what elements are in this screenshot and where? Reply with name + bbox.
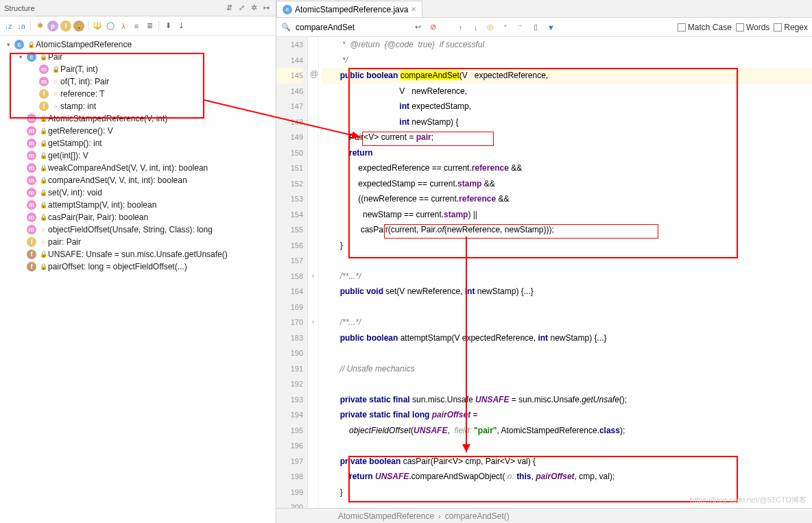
search-input[interactable] [296, 23, 408, 32]
tree-node[interactable]: ▾c🔒Pair [1, 51, 274, 63]
breadcrumb[interactable]: AtomicStampedReference › compareAndSet() [276, 508, 812, 523]
structure-filter-bar: ↓z ↓a ✱ p f 🔒 🔱 ◯ λ ≡ ≣ ⬇ ⤓ [0, 16, 276, 36]
inherit-icon[interactable]: 🔱 [92, 21, 103, 32]
words-checkbox[interactable]: Words [736, 23, 769, 32]
regex-checkbox[interactable]: Regex [774, 23, 808, 32]
tree-node[interactable]: f○reference: T [1, 88, 274, 100]
expand2-icon[interactable]: ≡ [131, 21, 142, 32]
settings-icon[interactable]: ✲ [248, 3, 259, 14]
structure-tree[interactable]: ▾c🔒AtomicStampedReference▾c🔒Pairm🔒Pair(T… [0, 36, 276, 523]
override-icon[interactable]: @ [309, 69, 319, 79]
scroll-icon[interactable]: ⬇ [163, 21, 174, 32]
tree-node[interactable]: f🔒UNSAFE: Unsafe = sun.misc.Unsafe.getUn… [1, 248, 274, 260]
tree-node[interactable]: m🔒getReference(): V [1, 125, 274, 137]
breadcrumb-class[interactable]: AtomicStampedReference [338, 511, 434, 521]
filter-search-icon[interactable]: ▼ [545, 22, 556, 33]
structure-toolbar: Structure ⇵ ⤢ ✲ ↦ [0, 0, 276, 16]
fold-gutter[interactable]: ++ [308, 37, 319, 508]
tree-node[interactable]: m🔒Pair(T, int) [1, 63, 274, 75]
tree-node[interactable]: ▾c🔒AtomicStampedReference [1, 38, 274, 51]
tree-node[interactable]: m🔒casPair(Pair, Pair): boolean [1, 211, 274, 223]
filter-icon[interactable]: ✱ [34, 21, 45, 32]
tree-node[interactable]: m🔒compareAndSet(V, V, int, int): boolean [1, 174, 274, 186]
sel-all-icon[interactable]: ▯ [530, 22, 541, 33]
anon-icon[interactable]: ◯ [105, 21, 116, 32]
expand-icon[interactable]: ⇵ [224, 3, 235, 14]
tree-node[interactable]: f○stamp: int [1, 100, 274, 112]
collapse-icon[interactable]: ⤢ [236, 3, 247, 14]
sort-alpha2-icon[interactable]: ↓a [16, 21, 27, 32]
java-class-icon: c [283, 5, 292, 14]
autoscroll-icon[interactable]: ⤓ [176, 21, 187, 32]
match-case-checkbox[interactable]: Match Case [678, 23, 732, 32]
editor-tabs: c AtomicStampedReference.java ✕ [276, 0, 812, 18]
rem-sel-icon[interactable]: ⁻ [515, 22, 526, 33]
tree-node[interactable]: m🔒weakCompareAndSet(V, V, int, int): boo… [1, 162, 274, 174]
sort-alpha-icon[interactable]: ↓z [3, 21, 14, 32]
breadcrumb-method[interactable]: compareAndSet() [445, 511, 510, 521]
tab-label: AtomicStampedReference.java [295, 5, 408, 14]
code-area[interactable]: * @return {@code true} if successful */ … [319, 37, 812, 508]
watermark: https://blog.csdn.net/@51CTO博客 [690, 495, 807, 505]
tree-node[interactable]: m🔒AtomicStampedReference(V, int) [1, 112, 274, 125]
tree-node[interactable]: m🔒attemptStamp(V, int): boolean [1, 199, 274, 211]
back-icon[interactable]: ↩ [412, 22, 423, 33]
add-sel-icon[interactable]: ⁺ [500, 22, 511, 33]
structure-panel: Structure ⇵ ⤢ ✲ ↦ ↓z ↓a ✱ p f 🔒 🔱 ◯ λ ≡ … [0, 0, 276, 523]
property-icon[interactable]: p [47, 21, 58, 32]
line-gutter: 1431441451461471481491501511521531541551… [276, 37, 308, 508]
collapse2-icon[interactable]: ≣ [144, 21, 155, 32]
hide-icon[interactable]: ↦ [261, 3, 272, 14]
tab-file[interactable]: c AtomicStampedReference.java ✕ [276, 1, 422, 17]
clear-icon[interactable]: ⊘ [427, 22, 438, 33]
close-tab-icon[interactable]: ✕ [411, 5, 416, 13]
find-bar: 🔍 ↩ ⊘ ↑ ↓ ◎ ⁺ ⁻ ▯ ▼ Match Case Words Reg… [276, 18, 812, 37]
code-editor[interactable]: 1431441451461471481491501511521531541551… [276, 37, 812, 508]
lock-icon[interactable]: 🔒 [73, 21, 84, 32]
search-icon: 🔍 [280, 22, 291, 33]
tree-node[interactable]: f🔒pairOffset: long = objectFieldOffset(.… [1, 260, 274, 273]
tree-node[interactable]: f○pair: Pair [1, 236, 274, 248]
tree-node[interactable]: m○of(T, int): Pair [1, 75, 274, 88]
tree-node[interactable]: m🔒get(int[]): V [1, 149, 274, 162]
tree-node[interactable]: m🔒set(V, int): void [1, 186, 274, 199]
prev-match-icon[interactable]: ↑ [455, 22, 466, 33]
tree-node[interactable]: m🔒getStamp(): int [1, 137, 274, 149]
structure-title: Structure [4, 4, 222, 12]
field-icon[interactable]: f [60, 21, 71, 32]
target-icon[interactable]: ◎ [485, 22, 496, 33]
editor-panel: c AtomicStampedReference.java ✕ 🔍 ↩ ⊘ ↑ … [276, 0, 812, 523]
tree-node[interactable]: m○objectFieldOffset(Unsafe, String, Clas… [1, 223, 274, 236]
lambda-icon[interactable]: λ [118, 21, 129, 32]
next-match-icon[interactable]: ↓ [470, 22, 481, 33]
